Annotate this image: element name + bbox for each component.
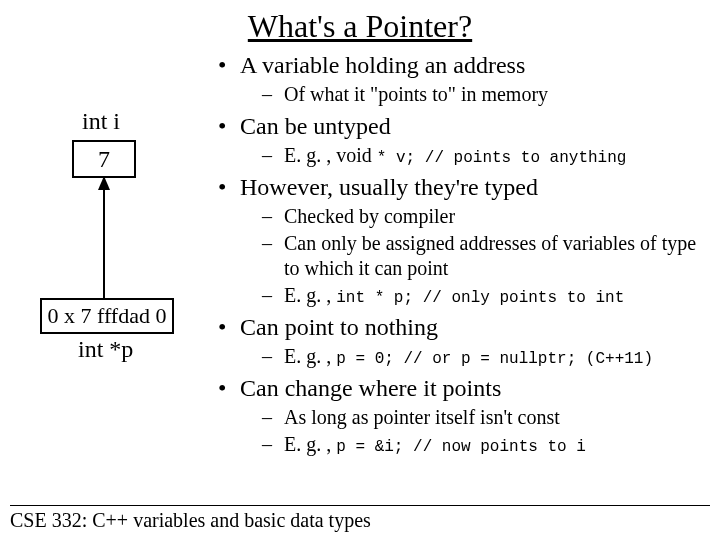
bullet-1-text: A variable holding an address	[240, 52, 525, 78]
bullet-3c: E. g. , int * p; // only points to int	[240, 283, 712, 308]
bullet-2a: E. g. , void * v; // points to anything	[240, 143, 712, 168]
box-value-i: 7	[72, 140, 136, 178]
bullet-2a-code: * v; // points to anything	[377, 149, 627, 167]
slide-footer: CSE 332: C++ variables and basic data ty…	[10, 509, 371, 532]
bullet-2a-pre: E. g. , void	[284, 144, 377, 166]
bullet-4a-pre: E. g. ,	[284, 345, 336, 367]
bullet-1: A variable holding an address Of what it…	[212, 50, 712, 107]
bullet-4: Can point to nothing E. g. , p = 0; // o…	[212, 312, 712, 369]
bullet-3c-code: int * p; // only points to int	[336, 289, 624, 307]
bullet-3b: Can only be assigned addresses of variab…	[240, 231, 712, 281]
bullet-5-text: Can change where it points	[240, 375, 501, 401]
bullet-5b-code: p = &i; // now points to i	[336, 438, 586, 456]
pointer-diagram: int i 7 0 x 7 fffdad 0 int *p	[30, 108, 200, 408]
bullet-2: Can be untyped E. g. , void * v; // poin…	[212, 111, 712, 168]
bullet-5: Can change where it points As long as po…	[212, 373, 712, 457]
bullet-5b: E. g. , p = &i; // now points to i	[240, 432, 712, 457]
bullet-4a: E. g. , p = 0; // or p = nullptr; (C++11…	[240, 344, 712, 369]
box-pointer-address: 0 x 7 fffdad 0	[40, 298, 174, 334]
label-int-p: int *p	[78, 336, 133, 363]
slide-title: What's a Pointer?	[0, 0, 720, 45]
bullet-3c-pre: E. g. ,	[284, 284, 336, 306]
bullet-5b-pre: E. g. ,	[284, 433, 336, 455]
bullet-list: A variable holding an address Of what it…	[212, 48, 712, 461]
bullet-1a: Of what it "points to" in memory	[240, 82, 712, 107]
bullet-4a-code: p = 0; // or p = nullptr; (C++11)	[336, 350, 653, 368]
bullet-3a: Checked by compiler	[240, 204, 712, 229]
svg-marker-1	[98, 176, 110, 190]
label-int-i: int i	[82, 108, 120, 135]
footer-rule	[10, 505, 710, 506]
bullet-4-text: Can point to nothing	[240, 314, 438, 340]
slide: What's a Pointer? int i 7 0 x 7 fffdad 0…	[0, 0, 720, 540]
bullet-5a: As long as pointer itself isn't const	[240, 405, 712, 430]
bullet-3: However, usually they're typed Checked b…	[212, 172, 712, 308]
bullet-2-text: Can be untyped	[240, 113, 391, 139]
arrow-icon	[94, 176, 114, 298]
bullet-3-text: However, usually they're typed	[240, 174, 538, 200]
